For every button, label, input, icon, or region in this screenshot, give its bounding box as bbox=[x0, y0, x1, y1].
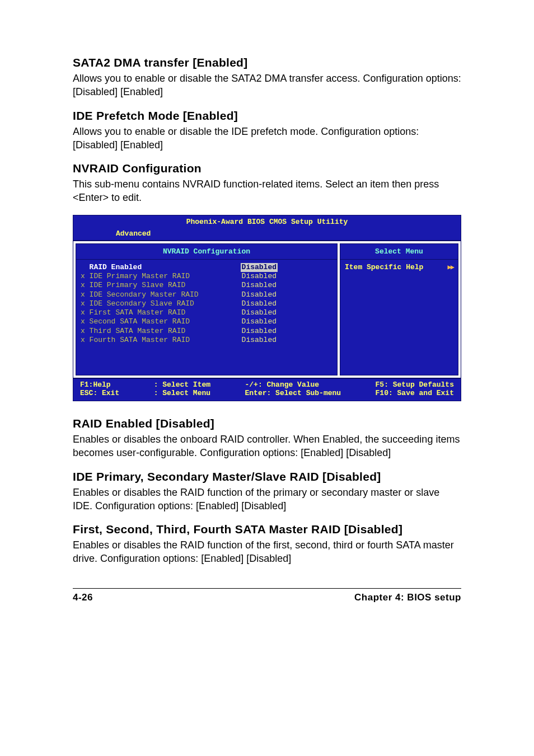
arrow-right-icon: ▶▶ bbox=[447, 263, 453, 271]
body-ide-prefetch: Allows you to enable or disable the IDE … bbox=[73, 125, 461, 152]
heading-ide-prefetch: IDE Prefetch Mode [Enabled] bbox=[73, 109, 461, 123]
chapter-label: Chapter 4: BIOS setup bbox=[354, 592, 461, 603]
bios-left-panel: NVRAID Configuration RAID EnabledDisable… bbox=[76, 243, 338, 375]
heading-sata2: SATA2 DMA transfer [Enabled] bbox=[73, 56, 461, 69]
footer-col-2: : Select Item : Select Menu bbox=[154, 381, 210, 398]
bios-title: Phoenix-Award BIOS CMOS Setup Utility bbox=[73, 215, 461, 228]
bios-tabs: Advanced bbox=[73, 228, 461, 240]
bios-item-row[interactable]: x IDE Primary Slave RAIDDisabled bbox=[81, 281, 332, 290]
bios-help-label: Item Specific Help bbox=[345, 263, 423, 271]
bios-item-value: Disabled bbox=[242, 272, 332, 281]
heading-ide-prim-sec: IDE Primary, Secondary Master/Slave RAID… bbox=[73, 470, 461, 483]
bios-item-value: Disabled bbox=[242, 299, 332, 308]
bios-screen: Phoenix-Award BIOS CMOS Setup Utility Ad… bbox=[73, 215, 461, 401]
bios-footer: F1:Help ESC: Exit : Select Item : Select… bbox=[73, 378, 461, 401]
bios-item-row[interactable]: x IDE Primary Master RAIDDisabled bbox=[81, 272, 332, 281]
page-number: 4-26 bbox=[73, 592, 93, 603]
bios-item-row[interactable]: x Second SATA Master RAIDDisabled bbox=[81, 317, 332, 326]
body-nvraid: This sub-menu contains NVRAID function-r… bbox=[73, 177, 461, 205]
bios-item-value: Disabled bbox=[242, 308, 332, 317]
bios-item-row[interactable]: x IDE Secondary Slave RAIDDisabled bbox=[81, 299, 332, 308]
bios-item-row[interactable]: x IDE Secondary Master RAIDDisabled bbox=[81, 290, 332, 299]
bios-item-label: x IDE Secondary Slave RAID bbox=[81, 299, 194, 308]
bios-item-value: Disabled bbox=[242, 290, 332, 299]
heading-sata-master: First, Second, Third, Fourth SATA Master… bbox=[73, 523, 461, 536]
bios-item-label: x IDE Secondary Master RAID bbox=[81, 290, 199, 299]
bios-item-label: x IDE Primary Master RAID bbox=[81, 272, 190, 281]
bios-item-label: x Third SATA Master RAID bbox=[81, 327, 185, 336]
bios-item-row[interactable]: RAID EnabledDisabled bbox=[81, 263, 332, 272]
bios-help-text: Item Specific Help ▶▶ bbox=[340, 260, 458, 275]
bios-item-label: x Second SATA Master RAID bbox=[81, 317, 190, 326]
footer-col-4: F5: Setup Defaults F10: Save and Exit bbox=[376, 381, 454, 398]
bios-item-value: Disabled bbox=[242, 327, 332, 336]
bios-item-value: Disabled bbox=[242, 336, 332, 345]
heading-raid-enabled: RAID Enabled [Disabled] bbox=[73, 417, 461, 430]
page-footer: 4-26 Chapter 4: BIOS setup bbox=[73, 588, 461, 603]
footer-col-1: F1:Help ESC: Exit bbox=[80, 381, 119, 398]
bios-item-label: x First SATA Master RAID bbox=[81, 308, 185, 317]
heading-nvraid: NVRAID Configuration bbox=[73, 162, 461, 175]
bios-right-panel: Select Menu Item Specific Help ▶▶ bbox=[340, 243, 458, 375]
bios-left-title: NVRAID Configuration bbox=[76, 244, 337, 260]
bios-item-label: RAID Enabled bbox=[81, 263, 142, 272]
bios-item-label: x Fourth SATA Master RAID bbox=[81, 336, 190, 345]
body-ide-prim-sec: Enables or disables the RAID function of… bbox=[73, 486, 461, 513]
bios-item-label: x IDE Primary Slave RAID bbox=[81, 281, 185, 290]
bios-items-list: RAID EnabledDisabledx IDE Primary Master… bbox=[76, 260, 337, 375]
bios-tab-advanced[interactable]: Advanced bbox=[110, 228, 156, 239]
footer-col-3: -/+: Change Value Enter: Select Sub-menu bbox=[245, 381, 341, 398]
bios-item-value: Disabled bbox=[241, 263, 278, 272]
body-sata2: Allows you to enable or disable the SATA… bbox=[73, 72, 461, 99]
bios-item-value: Disabled bbox=[242, 317, 332, 326]
body-sata-master: Enables or disables the RAID function of… bbox=[73, 538, 461, 566]
bios-right-title: Select Menu bbox=[340, 244, 458, 260]
bios-item-value: Disabled bbox=[242, 281, 332, 290]
bios-item-row[interactable]: x First SATA Master RAIDDisabled bbox=[81, 308, 332, 317]
body-raid-enabled: Enables or disables the onboard RAID con… bbox=[73, 433, 461, 460]
bios-item-row[interactable]: x Fourth SATA Master RAIDDisabled bbox=[81, 336, 332, 345]
bios-item-row[interactable]: x Third SATA Master RAIDDisabled bbox=[81, 327, 332, 336]
